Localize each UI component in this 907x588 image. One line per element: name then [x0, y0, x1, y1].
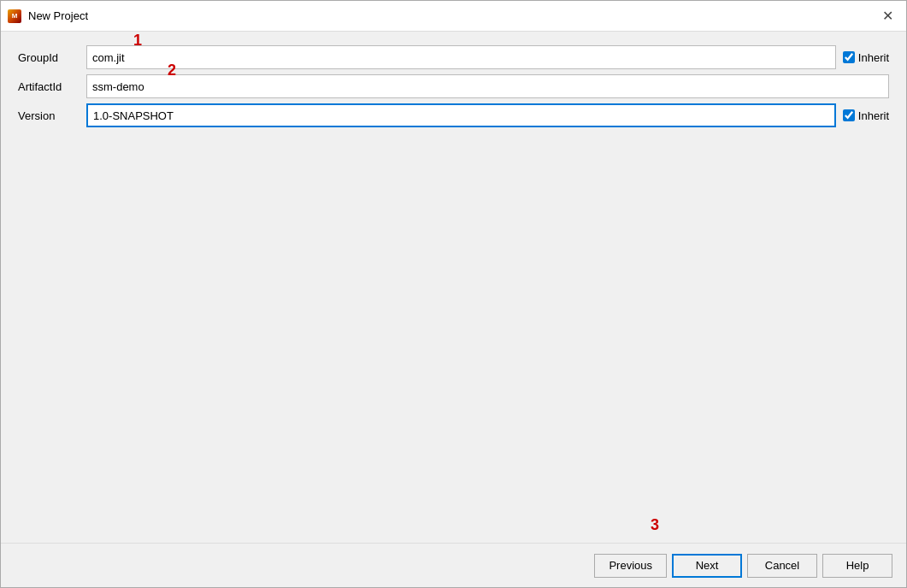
- version-input[interactable]: [86, 103, 836, 127]
- groupid-row: GroupId Inherit: [18, 45, 889, 69]
- groupid-inherit-container: Inherit: [843, 51, 889, 64]
- footer: Previous Next Cancel Help: [1, 543, 906, 587]
- new-project-dialog: M New Project ✕ 1 GroupId Inherit: [0, 0, 907, 588]
- version-inherit-container: Inherit: [843, 109, 889, 122]
- title-bar: M New Project ✕: [1, 1, 906, 32]
- version-row: Version Inherit: [18, 103, 889, 127]
- groupid-label: GroupId: [18, 51, 86, 64]
- artifactid-input[interactable]: [86, 74, 889, 98]
- previous-button[interactable]: Previous: [594, 554, 667, 578]
- dialog-icon: M: [8, 9, 21, 23]
- cancel-button[interactable]: Cancel: [747, 554, 817, 578]
- content-area: 1 GroupId Inherit 2 ArtifactId: [1, 32, 906, 543]
- version-label: Version: [18, 109, 86, 122]
- groupid-input[interactable]: [86, 45, 836, 69]
- groupid-input-container: Inherit: [86, 45, 889, 69]
- dialog-title: New Project: [28, 9, 88, 22]
- groupid-inherit-checkbox[interactable]: [843, 51, 855, 63]
- version-input-container: Inherit: [86, 103, 889, 127]
- maven-logo: M: [8, 9, 21, 23]
- title-bar-left: M New Project: [8, 9, 88, 23]
- content-wrapper: 1 GroupId Inherit 2 ArtifactId: [1, 32, 906, 543]
- version-inherit-label: Inherit: [858, 109, 889, 122]
- artifactid-row: ArtifactId: [18, 74, 889, 98]
- groupid-inherit-label: Inherit: [858, 51, 889, 64]
- help-button[interactable]: Help: [822, 554, 892, 578]
- artifactid-label: ArtifactId: [18, 80, 86, 93]
- next-button[interactable]: Next: [672, 554, 742, 578]
- close-button[interactable]: ✕: [875, 4, 899, 28]
- version-inherit-checkbox[interactable]: [843, 109, 855, 121]
- artifactid-input-container: [86, 74, 889, 98]
